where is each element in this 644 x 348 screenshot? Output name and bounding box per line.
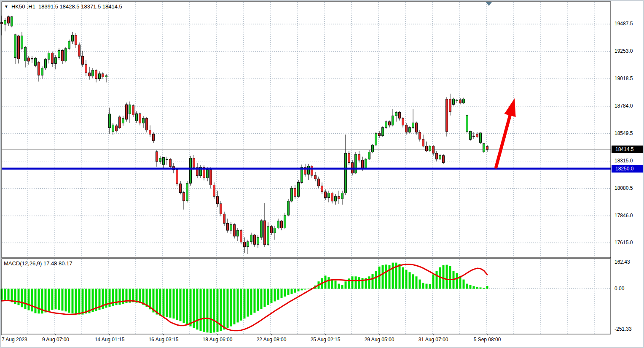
candle-body xyxy=(28,58,30,61)
macd-histogram-bar xyxy=(11,289,13,302)
candle-body xyxy=(223,214,225,223)
trend-arrow-shaft[interactable] xyxy=(496,113,511,167)
time-axis-label: 22 Aug 08:00 xyxy=(257,337,287,343)
macd-histogram-bar xyxy=(439,267,441,289)
macd-histogram-bar xyxy=(31,289,33,312)
candle-body xyxy=(345,153,347,193)
candle-body xyxy=(470,131,472,139)
macd-histogram-bar xyxy=(28,289,30,310)
candle-body xyxy=(244,242,246,247)
candle-body xyxy=(183,193,185,201)
candle-body xyxy=(109,114,111,128)
candle-body xyxy=(483,143,485,152)
macd-histogram-bar xyxy=(328,277,330,289)
candle-body xyxy=(257,237,259,245)
macd-histogram-bar xyxy=(227,289,229,328)
candle-body xyxy=(419,132,421,139)
chart-canvas[interactable] xyxy=(0,0,644,348)
candle-body xyxy=(422,139,424,146)
candle-body xyxy=(331,193,333,201)
macd-histogram-bar xyxy=(331,280,333,289)
time-axis-label: 16 Aug 03:15 xyxy=(149,337,179,343)
macd-histogram-bar xyxy=(244,289,246,319)
candle-body xyxy=(139,114,141,123)
candle-body xyxy=(291,188,293,201)
candle-body xyxy=(213,185,215,197)
macd-histogram-bar xyxy=(264,289,266,307)
macd-histogram-bar xyxy=(476,287,478,289)
macd-histogram-bar xyxy=(436,271,438,289)
time-axis-label: 7 Aug 2023 xyxy=(2,337,27,343)
macd-histogram-bar xyxy=(186,289,188,325)
candle-body xyxy=(132,105,134,115)
macd-histogram-bar xyxy=(190,289,192,326)
macd-histogram-bar xyxy=(267,289,269,305)
candle-body xyxy=(156,152,158,162)
macd-histogram-bar xyxy=(392,263,394,289)
candle-body xyxy=(260,221,263,237)
candle-body xyxy=(287,201,290,215)
candle-body xyxy=(294,188,296,196)
macd-histogram-bar xyxy=(163,289,165,317)
macd-histogram-bar xyxy=(173,289,175,319)
chart-shift-marker-icon[interactable] xyxy=(486,2,492,6)
candle-body xyxy=(338,197,340,199)
candle-body xyxy=(378,133,381,136)
macd-histogram-bar xyxy=(335,281,337,289)
candle-body xyxy=(163,157,165,165)
symbol-timeframe-label: HK50-,H1 xyxy=(11,3,35,10)
candle-body xyxy=(92,70,94,76)
candle-body xyxy=(146,119,148,130)
candle-body xyxy=(122,119,124,123)
macd-histogram-bar xyxy=(65,289,67,312)
candle-body xyxy=(426,146,428,151)
candle-body xyxy=(284,215,286,228)
candle-body xyxy=(318,179,320,186)
candle-body xyxy=(75,35,77,45)
trend-arrow-head[interactable] xyxy=(504,98,516,117)
candle-body xyxy=(65,49,67,61)
candle-body xyxy=(72,35,74,41)
candle-body xyxy=(8,17,10,23)
macd-histogram-bar xyxy=(200,289,202,331)
macd-histogram-bar xyxy=(422,283,424,289)
macd-histogram-bar xyxy=(480,287,482,289)
macd-histogram-bar xyxy=(443,265,445,289)
macd-histogram-bar xyxy=(432,275,435,289)
candle-body xyxy=(18,36,20,59)
macd-histogram-bar xyxy=(45,289,47,313)
macd-histogram-bar xyxy=(169,289,172,318)
candle-body xyxy=(314,175,317,179)
macd-histogram-bar xyxy=(233,289,236,325)
macd-label: MACD(12,26,9) xyxy=(4,260,42,267)
candle-body xyxy=(207,170,209,178)
candle-body xyxy=(142,119,145,123)
macd-histogram-bar xyxy=(298,289,300,291)
candle-body xyxy=(85,65,87,73)
candle-body xyxy=(233,224,236,236)
macd-histogram-bar xyxy=(250,289,252,315)
macd-histogram-bar xyxy=(85,289,87,314)
candle-body xyxy=(169,159,172,167)
price-axis-label: 17615.0 xyxy=(614,240,633,245)
collapse-triangle-icon[interactable]: ▼ xyxy=(4,5,8,9)
macd-histogram-bar xyxy=(429,284,431,289)
macd-signal-value: 80.17 xyxy=(59,260,72,267)
macd-histogram-bar xyxy=(24,289,27,309)
macd-histogram-bar xyxy=(372,274,374,289)
price-axis[interactable]: 19487.519253.019018.518784.018549.518315… xyxy=(611,1,643,345)
macd-histogram-bar xyxy=(304,289,306,290)
candle-body xyxy=(308,166,310,174)
macd-histogram-bar xyxy=(156,289,158,315)
time-axis[interactable]: 7 Aug 20239 Aug 07:0014 Aug 01:1516 Aug … xyxy=(1,335,611,345)
macd-histogram-bar xyxy=(287,289,290,295)
candle-body xyxy=(31,59,33,59)
candle-body xyxy=(328,193,330,197)
candle-body xyxy=(210,170,212,185)
candle-body xyxy=(443,156,445,163)
macd-histogram-bar xyxy=(375,271,377,289)
macd-histogram-bar xyxy=(180,289,182,321)
candle-body xyxy=(395,112,397,116)
macd-header: MACD(12,26,9) 17.48 80.17 xyxy=(4,260,72,267)
candle-body xyxy=(399,112,401,118)
